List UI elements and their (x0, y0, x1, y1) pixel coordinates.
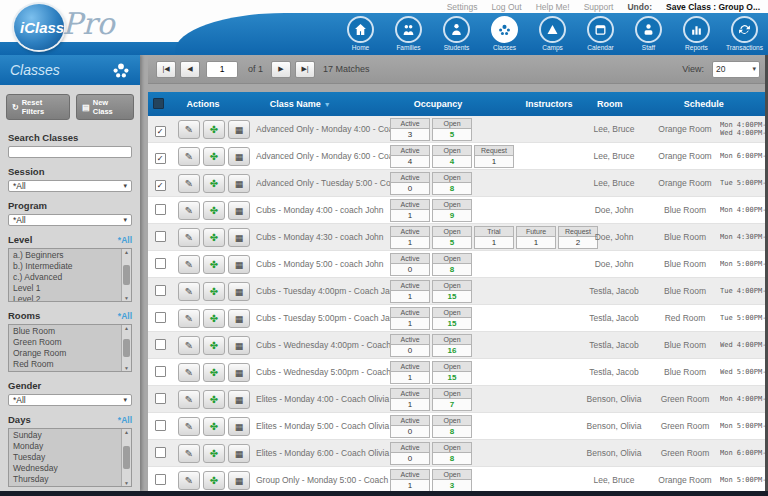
days-listbox[interactable]: SundayMondayTuesdayWednesdayThursday ▲▼ (8, 428, 132, 487)
nav-camps[interactable]: Camps (531, 16, 574, 51)
row-checkbox[interactable] (155, 366, 166, 377)
nav-classes[interactable]: Classes (483, 16, 526, 51)
day-option[interactable]: Tuesday (9, 452, 121, 463)
class-calendar-button[interactable]: ▦ (228, 363, 250, 382)
days-scrollbar[interactable]: ▲▼ (121, 429, 131, 486)
enrollments-button[interactable]: ✤ (203, 255, 225, 274)
class-calendar-button[interactable]: ▦ (228, 417, 250, 436)
col-class-name[interactable]: Class Name▼ (243, 99, 358, 109)
nav-calendar[interactable]: Calendar (579, 16, 622, 51)
room-option[interactable]: Blue Room (9, 326, 121, 337)
row-checkbox[interactable] (155, 393, 166, 404)
search-classes-input[interactable] (8, 146, 132, 158)
edit-class-button[interactable]: ✎ (178, 336, 200, 355)
class-calendar-button[interactable]: ▦ (228, 174, 250, 193)
class-name[interactable]: Cubs - Wednesday 4:00pm - Coach Jacob (256, 340, 390, 350)
class-name[interactable]: Cubs - Tuesday 4:00pm - Coach Jacob (256, 286, 390, 296)
row-checkbox[interactable] (155, 474, 166, 485)
edit-class-button[interactable]: ✎ (178, 255, 200, 274)
class-name[interactable]: Cubs - Monday 4:30 - coach John (256, 232, 390, 242)
row-checkbox[interactable] (155, 312, 166, 323)
class-calendar-button[interactable]: ▦ (228, 147, 250, 166)
class-calendar-button[interactable]: ▦ (228, 444, 250, 463)
enrollments-button[interactable]: ✤ (203, 363, 225, 382)
first-page-button[interactable]: |◀ (156, 61, 176, 78)
rooms-listbox[interactable]: Blue RoomGreen RoomOrange RoomRed Room ▲… (8, 324, 132, 372)
row-checkbox[interactable] (155, 447, 166, 458)
class-name[interactable]: Cubs - Monday 4:00 - coach John (256, 205, 390, 215)
class-calendar-button[interactable]: ▦ (228, 309, 250, 328)
day-option[interactable]: Thursday (9, 474, 121, 485)
last-page-button[interactable]: ▶| (295, 61, 315, 78)
enrollments-button[interactable]: ✤ (203, 309, 225, 328)
class-name[interactable]: Cubs - Monday 5:00 - coach John (256, 259, 390, 269)
day-option[interactable]: Sunday (9, 430, 121, 441)
enrollments-button[interactable]: ✤ (203, 228, 225, 247)
edit-class-button[interactable]: ✎ (178, 390, 200, 409)
class-calendar-button[interactable]: ▦ (228, 201, 250, 220)
edit-class-button[interactable]: ✎ (178, 147, 200, 166)
edit-class-button[interactable]: ✎ (178, 471, 200, 490)
enrollments-button[interactable]: ✤ (203, 120, 225, 139)
level-scrollbar[interactable]: ▲▼ (121, 249, 131, 301)
new-class-button[interactable]: ▤ New Class (76, 94, 134, 120)
enrollments-button[interactable]: ✤ (203, 471, 225, 490)
enrollments-button[interactable]: ✤ (203, 336, 225, 355)
class-calendar-button[interactable]: ▦ (228, 390, 250, 409)
level-option[interactable]: Level 2 (9, 294, 121, 301)
edit-class-button[interactable]: ✎ (178, 309, 200, 328)
iclasspro-logo[interactable]: iClass Pro (14, 2, 164, 54)
enrollments-button[interactable]: ✤ (203, 282, 225, 301)
view-select[interactable]: 20 ▾ (712, 61, 760, 78)
class-calendar-button[interactable]: ▦ (228, 228, 250, 247)
level-option[interactable]: c.) Advanced (9, 272, 121, 283)
prev-page-button[interactable]: ◀ (180, 61, 200, 78)
enrollments-button[interactable]: ✤ (203, 444, 225, 463)
class-name[interactable]: Elites - Monday 4:00 - Coach Olivia (256, 394, 390, 404)
edit-class-button[interactable]: ✎ (178, 228, 200, 247)
enrollments-button[interactable]: ✤ (203, 390, 225, 409)
program-select[interactable]: *All ▾ (8, 214, 132, 226)
enrollments-button[interactable]: ✤ (203, 201, 225, 220)
reset-filters-button[interactable]: ↻ Reset Filters (6, 94, 70, 120)
rooms-all-link[interactable]: *All (118, 311, 132, 321)
class-name[interactable]: Advanced Only - Monday 6:00 - Coach Bruc… (256, 151, 390, 161)
row-checkbox[interactable] (155, 420, 166, 431)
days-all-link[interactable]: *All (118, 415, 132, 425)
room-option[interactable]: Red Room (9, 359, 121, 370)
nav-staff[interactable]: Staff (627, 16, 670, 51)
row-checkbox[interactable]: ✓ (155, 153, 166, 164)
edit-class-button[interactable]: ✎ (178, 174, 200, 193)
class-name[interactable]: Cubs - Wednesday 5:00pm - Coach Jacob (256, 367, 390, 377)
gender-select[interactable]: *All ▾ (8, 394, 132, 406)
row-checkbox[interactable]: ✓ (155, 126, 166, 137)
class-calendar-button[interactable]: ▦ (228, 282, 250, 301)
row-checkbox[interactable] (155, 285, 166, 296)
class-name[interactable]: Elites - Monday 6:00 - Coach Olivia (256, 448, 390, 458)
edit-class-button[interactable]: ✎ (178, 201, 200, 220)
row-checkbox[interactable] (155, 204, 166, 215)
class-name[interactable]: Advanced Only - Tuesday 5:00 - Coach Bru… (256, 178, 390, 188)
logout-link[interactable]: Log Out (491, 2, 521, 12)
edit-class-button[interactable]: ✎ (178, 120, 200, 139)
edit-class-button[interactable]: ✎ (178, 363, 200, 382)
edit-class-button[interactable]: ✎ (178, 282, 200, 301)
select-all-checkbox[interactable] (153, 98, 164, 109)
room-option[interactable]: Orange Room (9, 348, 121, 359)
class-name[interactable]: Elites - Monday 5:00 - Coach Olivia (256, 421, 390, 431)
session-select[interactable]: *All ▾ (8, 180, 132, 192)
level-listbox[interactable]: a.) Beginnersb.) Intermediatec.) Advance… (8, 248, 132, 302)
rooms-scrollbar[interactable]: ▲▼ (121, 325, 131, 371)
nav-families[interactable]: Families (387, 16, 430, 51)
enrollments-button[interactable]: ✤ (203, 174, 225, 193)
next-page-button[interactable]: ▶ (271, 61, 291, 78)
row-checkbox[interactable] (155, 231, 166, 242)
help-link[interactable]: Help Me! (536, 2, 570, 12)
level-option[interactable]: b.) Intermediate (9, 261, 121, 272)
day-option[interactable]: Wednesday (9, 463, 121, 474)
level-option[interactable]: Level 1 (9, 283, 121, 294)
class-calendar-button[interactable]: ▦ (228, 120, 250, 139)
class-calendar-button[interactable]: ▦ (228, 255, 250, 274)
support-link[interactable]: Support (584, 2, 614, 12)
enrollments-button[interactable]: ✤ (203, 147, 225, 166)
